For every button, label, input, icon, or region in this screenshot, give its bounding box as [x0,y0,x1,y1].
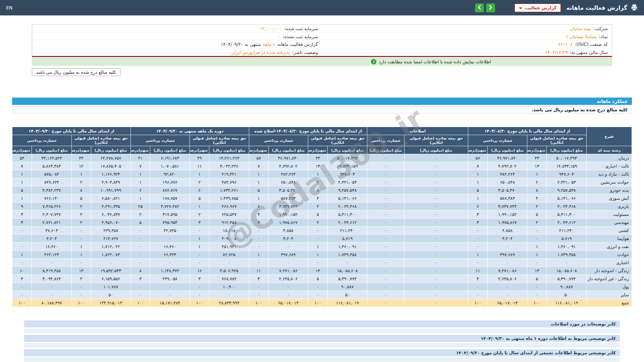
table-row: ثالث - اجباری۱۴,۸۳۳,۱۵۹۱۳۴,۷۹۲,۸۰۲۷۰۰۱۴,… [12,162,632,170]
nav-forward-button[interactable] [486,3,495,12]
table-row: اعتباری۰۰۰۰۰۰۰۰۰۰۰۰۰۰۰۰۰۰ [12,259,632,267]
cell-value: ۲۲۹,۳۵۸ [91,227,130,235]
cell-value: ۶۵,۰۱۷,۰۱۳ [488,299,527,307]
cell-value: ۶۴,۲۷۸,۷۵۷ [91,154,130,162]
cell-value: ۱۰۰ [468,299,488,307]
cell-value: ۳,۷۳۷,۷۴۴ [268,202,308,210]
cell-value: ۰ [468,227,488,235]
cell-value: ۵۰ [547,291,586,299]
cell-value: ۴ [71,275,91,283]
period-group-header: اصلاحات [367,127,468,135]
cell-value: ۲۶۶,۹۶۷ [209,202,249,210]
cell-value: ۰ [488,283,527,291]
cell-value: ۲,۲۹۱,۴۳۵ [91,202,130,210]
subheader-premium: حق بیمه صادره (شامل قبولی اتکایی) [71,135,130,146]
report-nav [475,3,495,12]
cell-value: ۰ [249,283,268,291]
table-row: مسئولیت۵,۴۱۱,۳۰۰۵۱,۹۹۰,۱۵۲۳۰۰۵,۴۱۱,۳۰۰۵۱… [12,210,632,219]
cell-value: ۰ [367,275,404,283]
cell-value: ۲,۴۲۱,۰۵۳ [328,178,367,186]
cell-value: ۵۷ [249,154,268,162]
cell-value: ۰ [404,178,468,186]
period-group-header: دوره یک ماهه منتهی به ۱۴۰۴/۰۹/۳۰ [130,127,249,135]
print-report-icon[interactable] [631,4,638,11]
cell-value: ۳ [190,275,209,283]
cell-value: ۱ [527,170,547,178]
cell-value: ۰ [150,291,190,299]
info-row: سرمایه ثبت شده:۱۲,۰۰۰,۰۰۰ [32,24,322,33]
info-icon: i [371,59,376,64]
cell-value: ۱۰,۹۰۰ [209,283,249,291]
cell-value: ۰ [249,259,268,267]
cell-value: ۰ [249,291,268,299]
measure-header: سهم(درصد) [190,146,209,154]
cell-value: ۰ [130,251,150,259]
cell-value: ۰ [12,227,32,235]
nav-back-button[interactable] [475,3,484,12]
cell-value: ۹۲,۸۲۰ [150,170,190,178]
cell-value: ۱,۹۹۰,۱۵۲ [488,210,527,219]
cell-value: ۵ [308,275,328,283]
cell-value: ۳۱۷,۵۹۵ [150,210,190,219]
cell-value: ۲۵۱,۹۳۱ [209,243,249,251]
cell-value: ۰ [367,178,404,186]
report-type-button[interactable]: گزارش فعالیت [515,4,561,12]
info-value: بیمه سامان [570,26,591,31]
cell-value: ۱,۸۲۲,۰۸۳ [91,251,130,259]
cell-value: ۸۰,۱۸۸,۴۹۷ [32,299,71,307]
cell-value: ۵ [12,186,32,194]
cell-value: ۴۳ [527,154,547,162]
cell-value: ۵ [527,210,547,219]
subheader-claims: خسارت پرداختی [249,135,308,146]
cell-value: ۳,۲۰۴ [32,235,71,243]
table-row: پول۹۰,۸۸۷۰۰۰۰۰۹۰,۸۸۷۰۰۰۱۰,۹۰۰۰۰۰۱۰۱,۷۸۷۰… [12,283,632,291]
cell-value: ۴ [468,275,488,283]
cell-value: ۰ [268,259,308,267]
cell-value: ۰ [32,291,71,299]
info-value: ۱۴۰۴/۱۲/۲۹ [545,50,568,55]
cell-value: ۵۰ [91,291,130,299]
cell-value: ۱۳ [527,162,547,170]
info-label: سال مالی منتهی به: [570,50,608,55]
cell-value: ۳,۲۰۴ [488,235,527,243]
cell-value: ۱۳ [308,267,328,275]
note-content-row [24,358,620,362]
cell-value: ۰ [308,291,328,299]
cell-value: ۴۸۲,۲۶۴ [268,170,308,178]
subheader-claims: خسارت پرداختی [12,135,72,146]
total-row: جمع۱۱۶,۰۸۱,۰۱۹۱۰۰۶۵,۰۱۷,۰۱۳۱۰۰۰۰۱۱۶,۰۸۱,… [12,299,632,307]
cell-value: ۰ [367,219,404,227]
note-content-row [24,343,620,347]
subheader-premium: حق بیمه صادره (شامل قبولی اتکایی) [527,135,586,146]
cell-value: ۱۳ [308,162,328,170]
row-label: باربری [586,202,632,210]
cell-value: ۵۸۷,۳۸۳ [268,194,308,202]
cell-value: ۲,۴۲۱,۰۵۳ [547,178,586,186]
row-label: نفت و انرژی [586,243,632,251]
cell-value: ۰ [488,291,527,299]
cell-value: ۱۱۶,۰۸۱,۰۱۹ [547,299,586,307]
cell-value: ۲۱۱,۲۴۰ [547,227,586,235]
cell-value: ۳ [12,210,32,219]
cell-value: ۰ [367,235,404,243]
cell-value: ۵,۳۹۰,۷۷۴ [547,275,586,283]
cell-value: ۳,۵۰۵,۴۷۰ [488,186,527,194]
row-label: زندگی - غیر اندوخته دار [586,275,632,283]
top-bar: گزارش فعالیت ماهانه گزارش فعالیت EN [0,0,644,15]
language-toggle[interactable]: EN [6,5,12,10]
cell-value: ۰ [190,259,209,267]
cell-value: ۲,۰۴۳,۶۱۲ [328,219,367,227]
measure-header: مبلغ (میلیون ریال) [268,146,308,154]
measure-header: سهم(درصد) [71,146,91,154]
cell-value: ۴ [71,210,91,219]
cell-value: ۱۴,۲۶۱,۲۶۴ [209,154,249,162]
cell-value: ۰ [468,291,488,299]
cell-value: ۰ [130,291,150,299]
cell-value: ۴۱ [130,154,150,162]
table-row: درمان۵۰,۰۱۷,۴۹۳۴۳۳۶,۹۷۱,۸۴۰۵۷۰۰۵۰,۰۱۷,۴۹… [12,154,632,162]
info-row: کد صنعت (ISIC):۶۶۱۱۰۶ [322,40,612,48]
cell-value: ۰ [367,162,404,170]
subheader-premium: حق بیمه صادره (شامل قبولی اتکایی) [404,135,468,146]
cell-value: ۰ [367,243,404,251]
cell-value: ۱,۴۶۰,۰۹۱ [547,243,586,251]
